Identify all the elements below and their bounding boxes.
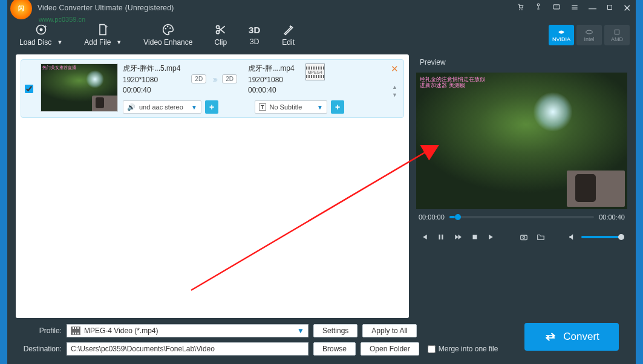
three-d-icon: 3D (249, 25, 260, 35)
gpu-nvidia-button[interactable]: NVIDIA (549, 25, 574, 45)
move-down-icon[interactable]: ▼ (392, 92, 397, 98)
file-item[interactable]: ✕ ▲ ▼ 热门美女推荐直播 虎牙-胖炸...5.mp4 (21, 59, 404, 118)
profile-label: Profile: (16, 327, 62, 335)
minimize-button[interactable]: — (589, 4, 596, 13)
register-icon[interactable] (534, 3, 543, 13)
arrow-icon: ››› (212, 74, 216, 84)
volume-icon[interactable] (568, 233, 576, 241)
destination-label: Destination: (16, 345, 62, 353)
file-add-icon: + (97, 24, 109, 36)
browse-button[interactable]: Browse (313, 342, 356, 356)
next-clip-icon[interactable] (488, 233, 496, 241)
gpu-selector: NVIDIA Intel AMD (549, 25, 630, 45)
preview-header: Preview (420, 58, 446, 67)
target-2d-badge: 2D (222, 74, 237, 83)
subtitle-select[interactable]: T No Subtitle ▼ (255, 100, 327, 114)
audio-track-select[interactable]: 🔊 und aac stereo ▼ (123, 100, 201, 114)
cart-icon[interactable] (516, 3, 524, 13)
scissors-icon (215, 24, 227, 36)
window-title: Video Converter Ultimate (Unregistered) (38, 4, 174, 12)
wand-icon (282, 24, 295, 36)
close-button[interactable]: ✕ (623, 2, 631, 14)
system-tray: — ✕ (516, 2, 631, 14)
track-selectors: 🔊 und aac stereo ▼ + T No Subtitle ▼ + (123, 100, 344, 114)
move-up-icon[interactable]: ▲ (392, 84, 397, 90)
svg-point-5 (556, 6, 557, 7)
svg-point-1 (521, 9, 523, 10)
preview-video[interactable]: 经礼金的注意悄悄走在放假进新加速器 美测服 (416, 73, 627, 209)
video-enhance-button[interactable]: Video Enhance (143, 24, 192, 47)
profile-select[interactable]: MPEG-4 Video (*.mp4) ▼ (67, 324, 308, 337)
merge-checkbox-wrap[interactable]: Merge into one file (428, 345, 498, 353)
settings-button[interactable]: Settings (313, 324, 357, 337)
merge-checkbox[interactable] (428, 345, 436, 353)
source-filename: 虎牙-胖炸...5.mp4 (123, 63, 180, 74)
fast-forward-icon[interactable] (454, 233, 462, 241)
svg-rect-22 (473, 235, 477, 239)
pause-icon[interactable] (437, 233, 445, 241)
open-folder-button[interactable]: Open Folder (361, 342, 419, 356)
playback-controls (416, 225, 627, 249)
svg-point-12 (165, 28, 166, 30)
source-2d-badge: 2D (191, 74, 206, 83)
file-thumbnail[interactable]: 热门美女推荐直播 (41, 63, 118, 112)
svg-rect-23 (520, 235, 527, 240)
file-checkbox[interactable] (25, 85, 33, 93)
enhance-label: Video Enhance (143, 38, 192, 47)
clip-label: Clip (214, 38, 227, 47)
conversion-arrow: 2D ››› 2D (191, 63, 237, 94)
feedback-icon[interactable] (552, 3, 561, 13)
chevron-down-icon: ▼ (317, 104, 323, 111)
total-time: 00:00:40 (599, 213, 625, 221)
source-info: 虎牙-胖炸...5.mp4 1920*1080 00:00:40 (123, 63, 180, 94)
add-audio-button[interactable]: + (205, 100, 218, 114)
edit-button[interactable]: Edit (282, 24, 295, 47)
chevron-down-icon: ▼ (191, 104, 197, 111)
file-list-panel: ✕ ▲ ▼ 热门美女推荐直播 虎牙-胖炸...5.mp4 (16, 54, 409, 318)
source-duration: 00:00:40 (123, 86, 180, 94)
add-file-button[interactable]: + Add File▼ (84, 24, 122, 47)
svg-point-4 (555, 6, 555, 7)
add-subtitle-button[interactable]: + (331, 100, 344, 114)
subtitle-icon: T (259, 103, 266, 111)
load-disc-label: Load Disc (19, 38, 51, 47)
maximize-button[interactable] (606, 4, 613, 13)
watermark-url: www.pc0359.cn (39, 16, 85, 23)
destination-input[interactable]: C:\Users\pc0359\Documents\FoneLab\Video (67, 342, 308, 356)
svg-text:+: + (44, 24, 47, 30)
target-duration: 00:00:40 (248, 86, 295, 94)
svg-point-24 (523, 236, 525, 239)
svg-point-13 (167, 26, 169, 28)
gpu-intel-button[interactable]: Intel (576, 25, 602, 45)
clip-button[interactable]: Clip (214, 24, 227, 47)
volume-control (568, 233, 624, 241)
main-toolbar: + Load Disc▼ + Add File▼ Video Enhance C… (7, 16, 636, 54)
target-resolution: 1920*1080 (248, 76, 295, 84)
output-format-icon[interactable]: MPEG4 (305, 63, 325, 80)
seek-bar[interactable] (449, 216, 594, 218)
add-file-label: Add File (84, 38, 111, 47)
three-d-label: 3D (250, 37, 259, 46)
annotation-arrow (173, 145, 439, 302)
webcam-overlay (567, 171, 625, 207)
convert-button[interactable]: Convert (524, 323, 619, 351)
source-resolution: 1920*1080 (123, 76, 180, 84)
apply-all-button[interactable]: Apply to All (362, 324, 416, 337)
svg-rect-18 (615, 30, 619, 34)
file-reorder-controls: ▲ ▼ (392, 84, 397, 98)
speaker-icon: 🔊 (127, 103, 135, 111)
svg-point-2 (537, 4, 540, 5)
menu-icon[interactable] (570, 3, 579, 13)
title-bar: 闪 Video Converter Ultimate (Unregistered… (7, 0, 636, 16)
snapshot-folder-icon[interactable] (537, 233, 545, 241)
gpu-amd-button[interactable]: AMD (604, 25, 630, 45)
snapshot-icon[interactable] (520, 233, 528, 241)
remove-file-icon[interactable]: ✕ (391, 63, 399, 74)
stop-icon[interactable] (471, 233, 479, 241)
prev-clip-icon[interactable] (420, 233, 428, 241)
three-d-button[interactable]: 3D 3D (249, 25, 260, 46)
chevron-down-icon: ▼ (116, 39, 122, 45)
volume-slider[interactable] (581, 236, 624, 238)
load-disc-button[interactable]: + Load Disc▼ (19, 24, 62, 47)
chevron-down-icon: ▼ (297, 327, 304, 335)
